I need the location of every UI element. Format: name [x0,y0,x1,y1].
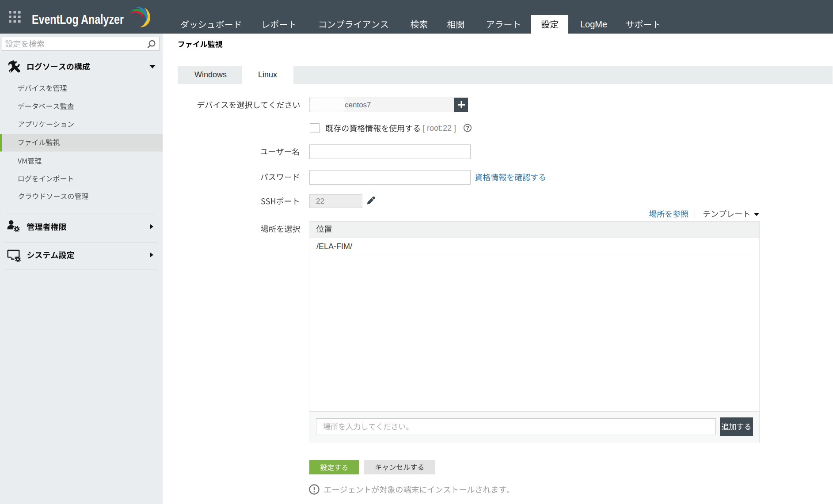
svg-text:?: ? [466,125,469,131]
